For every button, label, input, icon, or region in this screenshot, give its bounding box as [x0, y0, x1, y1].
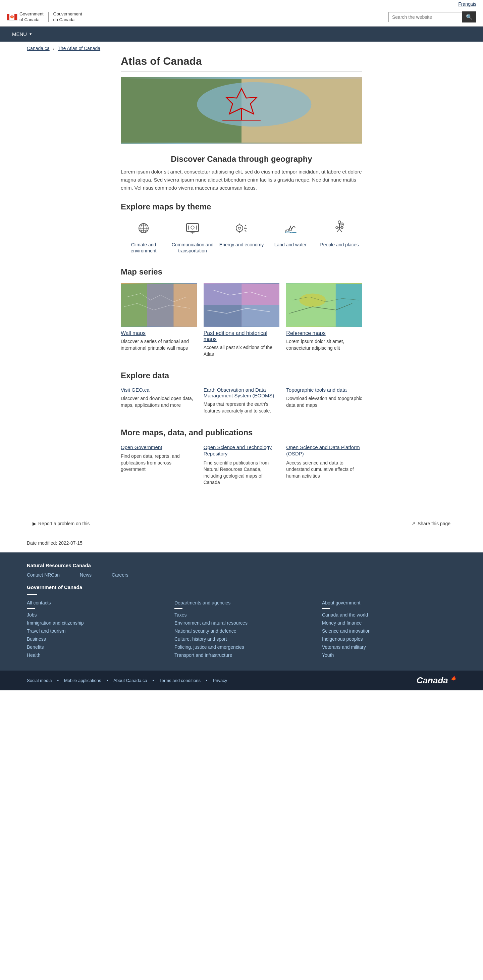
footer-benefits[interactable]: Benefits: [27, 644, 161, 650]
open-gov-link[interactable]: Open Government: [121, 444, 197, 451]
themes-section-title: Explore maps by theme: [121, 202, 362, 212]
col1-divider: [27, 608, 35, 609]
footer-security[interactable]: National security and defence: [175, 628, 308, 634]
theme-people: People and places: [317, 218, 362, 254]
hero-svg: [121, 77, 362, 144]
footer-contact-nrcan[interactable]: Contact NRCan: [27, 572, 60, 578]
gov-name-fr-area: Gouvernementdu Canada: [53, 11, 82, 23]
share-button[interactable]: ↗ Share this page: [406, 518, 456, 529]
col2-divider: [175, 608, 183, 609]
explore-data-title: Explore data: [121, 371, 362, 380]
canada-wordmark: Canada 🍁: [416, 675, 456, 686]
osdp-link[interactable]: Open Science and Data Platform (OSDP): [286, 444, 362, 457]
main-content: Atlas of Canada Discover Canada through …: [114, 55, 369, 513]
svg-rect-37: [203, 305, 242, 326]
svg-point-17: [236, 225, 243, 232]
footer-culture[interactable]: Culture, history and sport: [175, 636, 308, 642]
footer-about-canada[interactable]: About Canada.ca: [113, 678, 147, 683]
breadcrumb-atlas[interactable]: The Atlas of Canada: [58, 46, 100, 51]
energy-icon: [232, 218, 251, 238]
wall-map-thumbnail: [121, 283, 197, 327]
wall-map-link[interactable]: Wall maps: [121, 330, 197, 336]
footer-business[interactable]: Business: [27, 636, 161, 642]
map-card-reference: Reference maps Lorem ipsum dolor sit ame…: [286, 283, 362, 358]
header-logo-area: 🍁 Governmentof Canada Gouvernementdu Can…: [7, 11, 82, 23]
menu-button[interactable]: MENU ▼: [7, 27, 38, 41]
reference-map-thumbnail: [286, 283, 362, 327]
theme-energy: Energy and economy: [219, 218, 264, 254]
gov-name: Governmentof Canada: [19, 11, 44, 23]
svg-rect-31: [121, 283, 147, 326]
dot-sep1: •: [57, 678, 59, 683]
share-label: Share this page: [418, 521, 450, 526]
discover-title: Discover Canada through geography: [121, 154, 362, 164]
reference-map-link[interactable]: Reference maps: [286, 330, 362, 336]
topo-link[interactable]: Topographic tools and data: [286, 387, 362, 393]
footer-travel[interactable]: Travel and tourism: [27, 628, 161, 634]
more-maps-grid: Open Government Find open data, reports,…: [121, 444, 362, 486]
theme-people-link[interactable]: People and places: [317, 242, 362, 248]
footer-canada-world[interactable]: Canada and the world: [322, 612, 456, 617]
theme-climate-link[interactable]: Climate and environment: [121, 242, 166, 254]
dot-sep3: •: [153, 678, 154, 683]
theme-land-link[interactable]: Land and water: [268, 242, 313, 248]
theme-energy-link[interactable]: Energy and economy: [219, 242, 264, 248]
footer-privacy[interactable]: Privacy: [213, 678, 227, 683]
svg-rect-32: [147, 283, 174, 326]
more-ostr: Open Science and Technology Repository F…: [203, 444, 280, 486]
footer-environment[interactable]: Environment and natural resources: [175, 620, 308, 625]
footer-transport[interactable]: Transport and infrastructure: [175, 652, 308, 658]
footer-jobs[interactable]: Jobs: [27, 612, 161, 617]
search-input[interactable]: [388, 12, 462, 22]
date-value: 2022-07-15: [58, 540, 83, 546]
eodms-link[interactable]: Earth Observation and Data Management Sy…: [203, 387, 280, 398]
svg-rect-33: [174, 283, 197, 326]
data-eodms: Earth Observation and Data Management Sy…: [203, 387, 280, 414]
topo-desc: Download elevation and topographic data …: [286, 395, 362, 409]
footer-veterans[interactable]: Veterans and military: [322, 644, 456, 650]
dot-sep4: •: [206, 678, 208, 683]
footer-about-gov[interactable]: About government: [322, 600, 456, 605]
footer-taxes[interactable]: Taxes: [175, 612, 308, 617]
footer-indigenous[interactable]: Indigenous peoples: [322, 636, 456, 642]
footer-money[interactable]: Money and finance: [322, 620, 456, 625]
footer-gov-cols: All contacts Jobs Immigration and citize…: [27, 600, 456, 660]
footer-section2: Government of Canada All contacts Jobs I…: [27, 584, 456, 660]
map-card-wall: Wall maps Discover a series of national …: [121, 283, 197, 358]
gov-name-fr: Gouvernementdu Canada: [53, 11, 82, 23]
footer-immigration[interactable]: Immigration and citizenship: [27, 620, 161, 625]
people-icon: [329, 218, 350, 238]
svg-rect-36: [242, 283, 280, 305]
footer-youth[interactable]: Youth: [322, 652, 456, 658]
breadcrumb-home[interactable]: Canada.ca: [27, 46, 50, 51]
footer-news[interactable]: News: [80, 572, 92, 578]
theme-communication-link[interactable]: Communication and transportation: [170, 242, 215, 254]
footer-policing[interactable]: Policing, justice and emergencies: [175, 644, 308, 650]
footer-health[interactable]: Health: [27, 652, 161, 658]
footer-section1: Natural Resources Canada Contact NRCan N…: [27, 563, 456, 578]
ostr-desc: Find scientific publications from Natura…: [203, 460, 280, 486]
footer-social-media[interactable]: Social media: [27, 678, 52, 683]
report-problem-button[interactable]: ▶ Report a problem on this: [27, 518, 95, 529]
historical-map-link[interactable]: Past editions and historical maps: [203, 330, 280, 342]
footer-careers[interactable]: Careers: [112, 572, 129, 578]
search-button[interactable]: 🔍: [462, 11, 476, 22]
more-open-gov: Open Government Find open data, reports,…: [121, 444, 197, 486]
ostr-link[interactable]: Open Science and Technology Repository: [203, 444, 280, 457]
breadcrumb-separator: ›: [53, 46, 56, 51]
geo-link[interactable]: Visit GEO.ca: [121, 387, 197, 393]
footer-departments[interactable]: Departments and agencies: [175, 600, 308, 605]
open-gov-desc: Find open data, reports, and publication…: [121, 453, 197, 473]
osdp-desc: Access science and data to understand cu…: [286, 460, 362, 480]
footer-mobile-apps[interactable]: Mobile applications: [64, 678, 101, 683]
share-icon: ↗: [412, 521, 416, 526]
footer-terms[interactable]: Terms and conditions: [159, 678, 200, 683]
breadcrumb: Canada.ca › The Atlas of Canada: [0, 41, 483, 55]
footer-science[interactable]: Science and innovation: [322, 628, 456, 634]
footer-all-contacts[interactable]: All contacts: [27, 600, 161, 605]
map-series-title: Map series: [121, 267, 362, 277]
explore-data-grid: Visit GEO.ca Discover and download open …: [121, 387, 362, 414]
climate-icon: [133, 218, 154, 238]
feedback-bar: ▶ Report a problem on this ↗ Share this …: [0, 513, 483, 534]
lang-toggle[interactable]: Français: [458, 2, 476, 7]
